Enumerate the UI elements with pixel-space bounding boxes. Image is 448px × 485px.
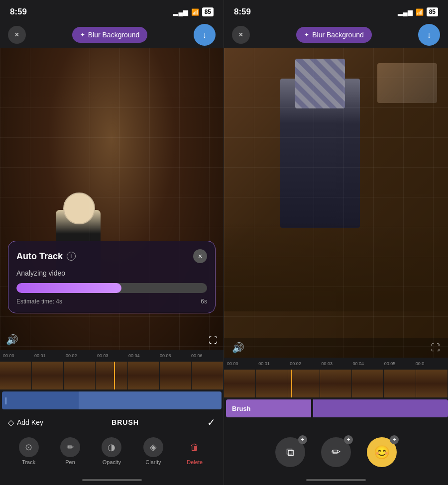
timeline-section-right: 00:00 00:01 00:02 00:03 00:04 00:05 00:0… — [224, 358, 448, 419]
timeline-strip-right[interactable] — [224, 370, 448, 397]
modal-title: Auto Track — [16, 251, 63, 262]
battery-badge-left: 85 — [202, 7, 214, 16]
status-icons-right: ▂▄▆ 📶 85 — [398, 7, 438, 16]
effect-label-right[interactable]: ✦ Blur Background — [296, 27, 372, 43]
sound-icon-left[interactable]: 🔊 — [6, 334, 18, 346]
right-ruler-mark-1: 00:01 — [257, 361, 289, 366]
ruler-mark-6: 00:06 — [190, 353, 222, 358]
status-time-left: 8:59 — [10, 7, 27, 17]
modal-close-button[interactable]: × — [193, 249, 207, 263]
brush-clip[interactable]: Brush — [226, 399, 311, 417]
toolbar-left: × ✦ Blur Background ↓ — [0, 22, 224, 48]
info-icon-symbol: i — [71, 253, 72, 259]
signal-icon-right: ▂▄▆ — [398, 8, 412, 16]
expand-icon-left[interactable]: ⛶ — [209, 335, 218, 346]
strip-frame-4 — [128, 362, 160, 389]
toolbar-right: × ✦ Blur Background ↓ — [224, 22, 448, 48]
emoji-plus-label: + — [392, 436, 396, 443]
status-icons-left: ▂▄▆ 📶 85 — [173, 7, 214, 16]
right-ruler-mark-6: 00:0 — [415, 361, 446, 366]
strip-frame-5 — [160, 362, 192, 389]
pen-icon-btn[interactable]: ✏ Pen — [60, 437, 80, 465]
pixel-face — [295, 59, 345, 108]
shelf-decor — [377, 63, 437, 103]
effect-label-left[interactable]: ✦ Blur Background — [72, 27, 148, 43]
strip-frame-0 — [0, 362, 32, 389]
timeline-section-left: 00:00 00:01 00:02 00:03 00:04 00:05 00:0… — [0, 350, 224, 411]
right-ruler-mark-3: 00:03 — [320, 361, 351, 366]
close-button-right[interactable]: × — [232, 26, 250, 44]
sound-icon-right[interactable]: 🔊 — [232, 342, 244, 354]
strip-frame-1 — [32, 362, 64, 389]
modal-title-row: Auto Track i — [16, 251, 76, 262]
opacity-label: Opacity — [103, 459, 121, 465]
home-indicator-left — [0, 475, 224, 485]
pen-icon: ✏ — [332, 446, 340, 459]
video-area-right: 🔊 ⛶ — [224, 48, 448, 358]
left-phone-panel: 8:59 ▂▄▆ 📶 85 × ✦ Blur Background ↓ — [0, 0, 224, 485]
bottom-icons-row-left: ⊙ Track ✏ Pen ◑ Opacity ◈ Clarity 🗑 Dele… — [0, 433, 224, 475]
emoji-btn-wrap: 😊 + — [367, 437, 397, 467]
check-button[interactable]: ✓ — [207, 416, 216, 428]
brush-clip-extend[interactable] — [313, 399, 448, 417]
add-key-button[interactable]: ◇ Add Key — [8, 418, 43, 427]
info-icon[interactable]: i — [67, 252, 76, 261]
playhead-left — [114, 362, 115, 389]
copy-plus-badge: + — [298, 435, 307, 444]
right-ruler-mark-2: 00:02 — [289, 361, 320, 366]
ruler-mark-5: 00:05 — [159, 353, 190, 358]
video-area-left: Auto Track i × Analyzing video Estimate … — [0, 48, 224, 350]
expand-icon-right[interactable]: ⛶ — [431, 343, 440, 353]
home-indicator-right — [224, 475, 448, 485]
clip-segment-main[interactable]: | — [2, 391, 79, 409]
brush-label: BRUSH — [112, 418, 139, 426]
clip-segment-secondary[interactable] — [79, 391, 222, 409]
copy-btn-wrap: ⧉ + — [275, 437, 305, 467]
delete-icon-btn[interactable]: 🗑 Delete — [185, 437, 205, 465]
signal-icon-left: ▂▄▆ — [173, 8, 188, 16]
right-strip-frame-2 — [288, 370, 320, 397]
status-bar-right: 8:59 ▂▄▆ 📶 85 — [224, 0, 448, 22]
star-icon-left: ✦ — [80, 31, 85, 38]
emoji-plus-badge: + — [390, 435, 399, 444]
emoji-icon: 😊 — [374, 445, 390, 460]
right-ruler-mark-4: 00:04 — [352, 361, 383, 366]
pen-plus-label: + — [346, 436, 350, 443]
timeline-strip-left[interactable] — [0, 362, 224, 389]
track-icon-btn[interactable]: ⊙ Track — [19, 437, 39, 465]
analyzing-text: Analyzing video — [16, 269, 207, 277]
right-bottom-actions: ⧉ + ✏ + 😊 + — [224, 429, 448, 475]
copy-icon: ⧉ — [286, 446, 294, 459]
timeline-ruler-right: 00:00 00:01 00:02 00:03 00:04 00:05 00:0 — [224, 358, 448, 370]
timeline-ruler-left: 00:00 00:01 00:02 00:03 00:04 00:05 00:0… — [0, 350, 224, 362]
close-button-left[interactable]: × — [8, 26, 26, 44]
download-button-right[interactable]: ↓ — [418, 24, 440, 46]
track-icon: ⊙ — [19, 437, 39, 457]
battery-badge-right: 85 — [427, 7, 438, 16]
opacity-icon-btn[interactable]: ◑ Opacity — [102, 437, 121, 465]
download-icon-right: ↓ — [427, 30, 431, 40]
star-icon-right: ✦ — [304, 31, 309, 38]
diamond-icon: ◇ — [8, 418, 14, 427]
close-icon-left: × — [14, 30, 19, 39]
copy-plus-label: + — [301, 436, 304, 443]
wifi-icon-left: 📶 — [191, 8, 199, 16]
track-label: Track — [22, 459, 35, 465]
clarity-label: Clarity — [145, 459, 161, 465]
clarity-icon-btn[interactable]: ◈ Clarity — [143, 437, 163, 465]
ruler-marks-left: 00:00 00:01 00:02 00:03 00:04 00:05 00:0… — [2, 353, 222, 358]
download-button-left[interactable]: ↓ — [194, 24, 216, 46]
delete-icon: 🗑 — [185, 437, 205, 457]
right-strip-frame-1 — [256, 370, 288, 397]
home-bar-right — [306, 479, 366, 481]
close-icon-right: × — [238, 30, 243, 39]
clip-row-left: | — [2, 391, 222, 409]
spacer-right — [224, 419, 448, 429]
video-controls-left: 🔊 ⛶ — [0, 330, 224, 350]
playhead-right — [291, 370, 292, 397]
brush-clip-label: Brush — [232, 405, 251, 412]
status-time-right: 8:59 — [234, 7, 251, 17]
pen-icon: ✏ — [60, 437, 80, 457]
ruler-marks-right: 00:00 00:01 00:02 00:03 00:04 00:05 00:0 — [226, 361, 446, 366]
modal-header: Auto Track i × — [16, 249, 207, 263]
